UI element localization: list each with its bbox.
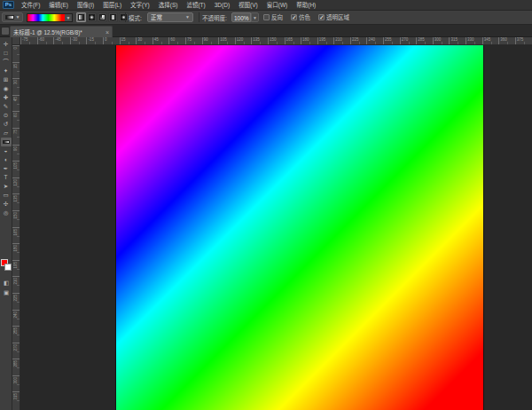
ruler-tick: 90 [12, 145, 20, 162]
vertical-ruler[interactable]: 0153045607590105120135150165180195210225… [12, 45, 20, 410]
checkbox-box[interactable]: ✓ [318, 14, 325, 20]
checkbox-box[interactable] [263, 14, 270, 20]
zoom-tool[interactable]: ◎ [1, 209, 12, 217]
shape-tool[interactable]: ▭ [1, 191, 12, 200]
healing-brush-tool[interactable]: ✚ [1, 93, 12, 102]
background-color-swatch[interactable] [4, 264, 12, 271]
linear-gradient-button[interactable] [76, 12, 86, 22]
dodge-tool[interactable]: ◖ [1, 155, 12, 164]
gradient-type-buttons [76, 12, 129, 22]
ruler-tick: 105 [218, 37, 235, 44]
menu-item[interactable]: 文件(F) [20, 0, 42, 11]
ruler-tick: 60 [168, 37, 185, 44]
photoshop-logo: Ps [3, 1, 14, 9]
option-checkboxes: 反向✓仿色✓透明区域 [263, 12, 349, 21]
eraser-tool[interactable]: ▱ [1, 129, 12, 138]
ruler-tick: 45 [12, 95, 20, 112]
ruler-tick: 315 [12, 391, 20, 408]
chevron-down-icon[interactable]: ▼ [251, 12, 259, 22]
screen-mode-button[interactable]: ▣ [1, 288, 12, 297]
chevron-down-icon[interactable]: ▼ [65, 14, 72, 21]
angle-gradient-button[interactable] [98, 12, 107, 22]
gradient-preview[interactable] [27, 14, 65, 21]
ruler-tick: 0 [12, 45, 20, 62]
menu-item[interactable]: 3D(D) [213, 0, 231, 11]
ruler-tick: 105 [12, 161, 20, 177]
clone-stamp-tool[interactable]: ⊙ [1, 111, 12, 120]
panel-collapse-button[interactable] [2, 28, 9, 35]
blur-tool[interactable]: ◒ [1, 146, 12, 155]
quick-selection-tool[interactable]: ✦ [1, 67, 12, 75]
ruler-tick: 180 [12, 243, 20, 260]
menu-item[interactable]: 视图(V) [237, 0, 260, 11]
gradient-tool[interactable] [1, 138, 12, 146]
ruler-tick: 120 [12, 177, 20, 194]
menu-item[interactable]: 滤镜(T) [184, 0, 207, 11]
checkbox-仿色[interactable]: ✓仿色 [291, 12, 310, 21]
mode-label: 模式: [129, 14, 142, 22]
ruler-tick: 315 [449, 37, 466, 44]
opacity-label: 不透明度: [202, 14, 227, 22]
menu-item[interactable]: 编辑(E) [47, 0, 70, 11]
quick-mask-button[interactable]: ◧ [1, 279, 12, 288]
menu-item[interactable]: 窗口(W) [265, 0, 289, 11]
ruler-tick: 285 [12, 359, 20, 375]
document-tab[interactable]: 未标题-1 @ 12.5%(RGB/8)* × [10, 26, 113, 37]
ruler-tick: 30 [136, 37, 153, 44]
brush-tool[interactable]: ✎ [1, 102, 12, 111]
gradient-picker[interactable]: ▼ [27, 13, 73, 22]
blend-mode-select[interactable]: 正常 ▼ [147, 12, 193, 22]
diamond-gradient-button[interactable] [119, 12, 129, 22]
move-tool[interactable]: ✛ [1, 40, 12, 49]
ruler-tick: 15 [12, 62, 20, 79]
checkbox-反向[interactable]: 反向 [263, 12, 283, 21]
path-selection-tool[interactable]: ➤ [1, 182, 12, 191]
hand-tool[interactable]: ✣ [1, 200, 12, 209]
ruler-tick: 225 [12, 293, 20, 310]
color-swatches [1, 259, 12, 272]
ruler-tick: 270 [400, 37, 417, 44]
type-tool[interactable]: T [1, 173, 12, 182]
crop-tool[interactable]: ⊞ [1, 75, 12, 84]
ruler-tick: 255 [383, 37, 400, 44]
menu-item[interactable]: 选择(S) [157, 0, 180, 11]
ruler-tick: 360 [498, 37, 515, 44]
canvas-image[interactable] [115, 45, 484, 410]
document-tab-title: 未标题-1 @ 12.5%(RGB/8)* [13, 28, 82, 36]
ruler-tick: 240 [12, 310, 20, 327]
ruler-tick: 210 [333, 37, 350, 44]
blend-mode-value: 正常 [151, 13, 162, 21]
menu-item[interactable]: 文字(Y) [129, 0, 152, 11]
horizontal-ruler[interactable]: -75-60-45-30-150153045607590105120135150… [20, 37, 532, 45]
tool-preset-picker[interactable]: ▼ [2, 12, 23, 22]
ruler-corner[interactable] [12, 37, 20, 45]
ruler-tick: -45 [53, 37, 70, 44]
ruler-tick: 150 [268, 37, 285, 44]
ruler-tick: 120 [235, 37, 252, 44]
workspace [20, 45, 532, 410]
ruler-tick: 255 [12, 326, 20, 343]
pen-tool[interactable]: ✒ [1, 164, 12, 173]
reflected-gradient-button[interactable] [108, 12, 118, 22]
lasso-tool[interactable]: ⌒ [1, 58, 12, 67]
ruler-tick: 345 [482, 37, 499, 44]
menu-item[interactable]: 图像(I) [75, 0, 96, 11]
menu-item[interactable]: 帮助(H) [294, 0, 317, 11]
marquee-tool[interactable]: □ [1, 49, 12, 58]
checkbox-透明区域[interactable]: ✓透明区域 [318, 12, 349, 21]
radial-gradient-button[interactable] [87, 12, 97, 22]
close-icon[interactable]: × [106, 29, 109, 35]
chevron-down-icon: ▼ [185, 15, 190, 20]
tool-stack: ✛□⌒✦⊞◉✚✎⊙↺▱◒◖✒T➤▭✣◎ [0, 37, 12, 217]
ruler-tick: 60 [12, 111, 20, 128]
ruler-tick: 135 [251, 37, 268, 44]
ruler-tick: 300 [433, 37, 450, 44]
gradient-tool-icon [5, 15, 14, 20]
ruler-tick: 90 [202, 37, 219, 44]
checkbox-box[interactable]: ✓ [291, 14, 297, 20]
menu-item[interactable]: 图层(L) [101, 0, 123, 11]
ruler-tick: 165 [285, 37, 301, 44]
history-brush-tool[interactable]: ↺ [1, 120, 12, 129]
eyedropper-tool[interactable]: ◉ [1, 84, 12, 93]
opacity-input[interactable]: 100% [231, 12, 251, 22]
